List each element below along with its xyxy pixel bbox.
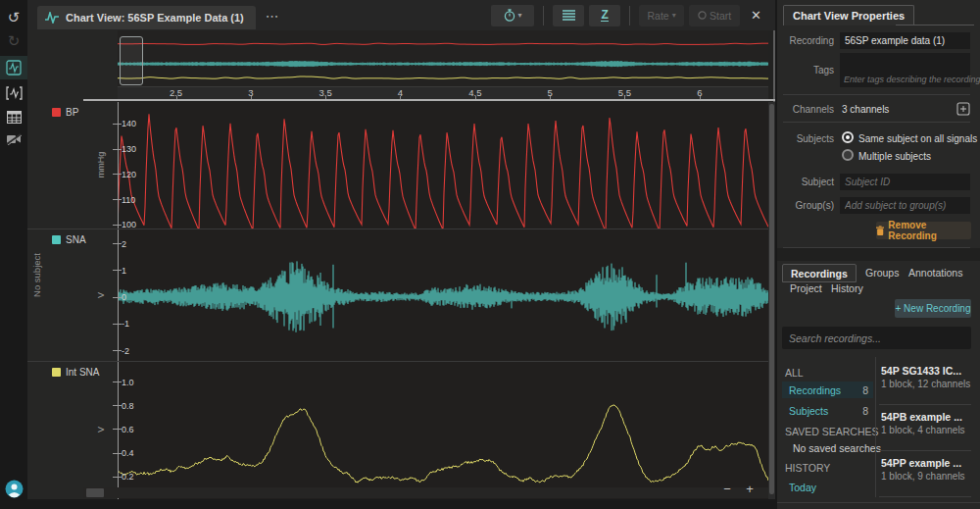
tab-recordings[interactable]: Recordings: [782, 264, 857, 282]
tab-annotations[interactable]: Annotations: [901, 264, 970, 282]
rate-dropdown-button[interactable]: Rate ▾: [639, 5, 684, 26]
channels-label: Channels: [777, 104, 834, 115]
horizontal-scrollbar[interactable]: [83, 487, 768, 498]
divider: [783, 122, 970, 123]
tab-chart-view[interactable]: Chart View: 56SP Example Data (1): [37, 6, 256, 29]
undo-icon[interactable]: ↺: [0, 6, 27, 29]
channel-chip-intsna[interactable]: Int SNA: [52, 367, 99, 378]
card-divider: [879, 404, 971, 405]
facet-recordings[interactable]: Recordings 8: [782, 382, 873, 398]
zoom-out-button[interactable]: −: [719, 483, 735, 496]
unit-label-intsna: V: [96, 408, 106, 451]
subject-input[interactable]: [840, 174, 970, 190]
timer-dropdown-button[interactable]: ▾: [491, 5, 534, 26]
search-input[interactable]: [782, 327, 971, 349]
app-window: ↺ ↻: [0, 0, 980, 509]
y-tick-label: 0.4: [122, 448, 134, 458]
history-today-link[interactable]: Today: [789, 482, 816, 493]
time-tick-mark: [624, 96, 625, 99]
time-axis-line: [83, 99, 775, 101]
plot-area-bp[interactable]: [118, 102, 768, 229]
tags-placeholder: Enter tags describing the recording: [844, 75, 980, 84]
tab-project[interactable]: Project: [790, 282, 822, 297]
time-axis: [118, 86, 768, 99]
vertical-scrollbar-thumb[interactable]: [769, 104, 774, 494]
recording-card[interactable]: 54PB example ... 1 block, 4 channels: [881, 411, 971, 436]
overview-selection-handle[interactable]: [120, 36, 143, 85]
chevron-down-icon: ▾: [518, 11, 522, 20]
autoscale-z-icon: Z: [601, 10, 608, 22]
recording-label: Recording: [777, 35, 834, 46]
row-divider: [27, 361, 768, 362]
horizontal-scrollbar-thumb[interactable]: [86, 488, 104, 497]
lines-icon: [563, 10, 575, 21]
tab-groups[interactable]: Groups: [858, 264, 906, 282]
facet-all-header: ALL: [785, 367, 804, 379]
recording-input[interactable]: [840, 32, 970, 49]
chevron-down-icon: ▾: [672, 11, 676, 20]
channels-value: 3 channels: [842, 104, 889, 115]
channel-chip-bp[interactable]: BP: [52, 107, 78, 118]
account-avatar[interactable]: [0, 477, 27, 500]
data-table-icon[interactable]: [0, 105, 27, 128]
recording-card[interactable]: 54PP example ... 1 block, 9 channels: [881, 457, 971, 483]
video-capture-off-icon[interactable]: [0, 127, 27, 151]
timer-icon: [504, 9, 515, 22]
groups-input[interactable]: [840, 197, 970, 214]
add-channel-button[interactable]: [956, 102, 970, 120]
y-tick-mark: [113, 477, 122, 478]
redo-icon[interactable]: ↻: [0, 29, 27, 53]
radio-multiple-subjects[interactable]: [842, 149, 854, 161]
y-tick-mark: [113, 149, 122, 150]
channel-layout-button[interactable]: [553, 5, 584, 26]
zoom-in-button[interactable]: +: [742, 483, 758, 496]
y-tick-mark: [113, 429, 122, 430]
tab-chart-view-properties[interactable]: Chart View Properties: [783, 5, 914, 25]
chart-view-icon[interactable]: [0, 56, 27, 79]
autoscale-button[interactable]: Z: [589, 5, 620, 26]
tab-bar: Chart View: 56SP Example Data (1) ⋯ ▾: [27, 0, 775, 30]
tab-menu-icon[interactable]: ⋯: [266, 8, 280, 24]
y-tick-label: 100: [122, 220, 136, 229]
plus-box-icon: [956, 102, 970, 116]
y-tick-mark: [113, 270, 122, 271]
y-tick-label: 1.0: [122, 378, 134, 387]
chart-view-glyph: [6, 60, 22, 76]
tab-title: Chart View: 56SP Example Data (1): [66, 12, 244, 24]
vertical-scrollbar[interactable]: [768, 102, 775, 499]
close-icon[interactable]: ✕: [745, 8, 767, 23]
y-axis-sna: [118, 229, 119, 362]
camera-off-glyph: [6, 133, 22, 145]
signal-analysis-icon[interactable]: [0, 81, 27, 105]
panel-gap: [777, 248, 980, 261]
remove-recording-button[interactable]: Remove Recording: [876, 222, 971, 239]
subject-label: No subject: [31, 246, 42, 305]
subject-label: Subject: [777, 177, 834, 187]
time-tick-mark: [251, 96, 252, 99]
tags-input[interactable]: Enter tags describing the recording: [840, 53, 970, 87]
new-recording-button[interactable]: + New Recording: [895, 299, 971, 318]
saved-searches-header: SAVED SEARCHES: [785, 426, 879, 437]
radio-same-subject-label: Same subject on all signals: [858, 133, 977, 144]
y-tick-mark: [113, 174, 122, 175]
tab-history[interactable]: History: [831, 282, 863, 297]
record-circle-icon: [698, 11, 707, 20]
card-divider: [879, 450, 971, 451]
radio-same-subject[interactable]: [842, 131, 854, 143]
plot-area-sna[interactable]: [118, 229, 768, 362]
y-axis-bp: [118, 102, 119, 229]
channel-chip-sna[interactable]: SNA: [52, 234, 86, 245]
y-tick-label: -1: [122, 319, 129, 329]
subjects-label: Subjects: [777, 133, 834, 144]
saved-searches-empty: No saved searches: [793, 442, 881, 454]
bracket-wave-glyph: [6, 86, 23, 100]
y-tick-label: 0.6: [122, 425, 134, 434]
chart-toolbar: ▾ Z Rate ▾: [491, 5, 775, 26]
facet-subjects[interactable]: Subjects 8: [782, 402, 873, 419]
overview-intsna: [118, 76, 768, 78]
y-tick-mark: [113, 453, 122, 454]
start-sampling-button[interactable]: Start: [689, 5, 740, 26]
plot-area-intsna[interactable]: [118, 362, 768, 499]
y-tick-mark: [113, 350, 122, 351]
recording-card[interactable]: 54P SG1433 IC... 1 block, 12 channels: [881, 365, 971, 390]
